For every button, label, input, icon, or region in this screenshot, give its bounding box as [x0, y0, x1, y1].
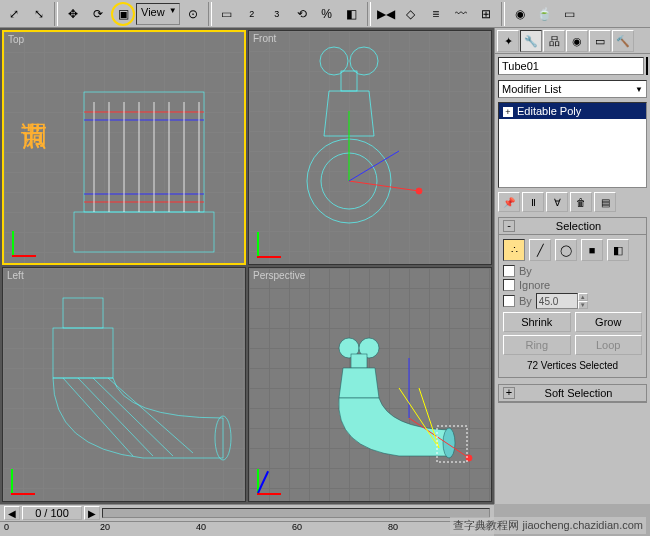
spin-up[interactable]: ▲: [578, 293, 588, 301]
separator: [501, 2, 505, 26]
wireframe-left: [3, 288, 243, 498]
material-button[interactable]: ◉: [508, 2, 532, 26]
align-button[interactable]: ◇: [399, 2, 423, 26]
tab-display[interactable]: ▭: [589, 30, 611, 52]
rollout-soft-selection: Soft Selection: [498, 384, 647, 403]
by-vertex-checkbox[interactable]: [503, 265, 515, 277]
rotate-button[interactable]: ⟳: [86, 2, 110, 26]
svg-rect-1: [74, 212, 214, 252]
object-name-row: [498, 57, 647, 75]
stack-buttons: 📌 Ⅱ ∀ 🗑 ▤: [498, 192, 647, 212]
svg-line-19: [349, 181, 419, 191]
viewport-perspective[interactable]: Perspective: [248, 267, 492, 502]
ignore-label: Ignore: [519, 279, 550, 291]
curve-editor-button[interactable]: 〰: [449, 2, 473, 26]
ignore-row: Ignore: [503, 279, 642, 291]
by-angle-checkbox[interactable]: [503, 295, 515, 307]
ignore-checkbox[interactable]: [503, 279, 515, 291]
loop-button[interactable]: Loop: [575, 335, 643, 355]
svg-line-26: [63, 378, 133, 456]
slider-prev-button[interactable]: ◀: [4, 506, 20, 520]
tab-create[interactable]: ✦: [497, 30, 519, 52]
unlink-button[interactable]: ⤡: [27, 2, 51, 26]
ring-button[interactable]: Ring: [503, 335, 571, 355]
separator: [367, 2, 371, 26]
shrink-button[interactable]: Shrink: [503, 312, 571, 332]
angle-spinner[interactable]: ▲▼: [536, 293, 588, 309]
modifier-label: Editable Poly: [517, 105, 581, 117]
time-slider-row: ◀ 0 / 100 ▶: [0, 505, 494, 521]
viewport-label: Front: [253, 33, 276, 44]
by-vertex-row: By: [503, 265, 642, 277]
viewport-label: Top: [8, 34, 24, 45]
wireframe-front: [279, 41, 459, 251]
pin-stack-button[interactable]: 📌: [498, 192, 520, 212]
render-button[interactable]: ▭: [558, 2, 582, 26]
unique-button[interactable]: ∀: [546, 192, 568, 212]
center-button[interactable]: ⊙: [181, 2, 205, 26]
object-color-swatch[interactable]: [646, 57, 648, 75]
subobj-edge[interactable]: ╱: [529, 239, 551, 261]
object-name-input[interactable]: [498, 57, 644, 75]
show-end-button[interactable]: Ⅱ: [522, 192, 544, 212]
main-area: Top 调节点 Front: [0, 28, 650, 504]
layer-button[interactable]: ≡: [424, 2, 448, 26]
reference-coord-dropdown[interactable]: View▼: [136, 3, 180, 25]
link-button[interactable]: ⤢: [2, 2, 26, 26]
svg-point-20: [416, 188, 422, 194]
separator: [54, 2, 58, 26]
viewport-container: Top 调节点 Front: [0, 28, 494, 504]
slider-next-button[interactable]: ▶: [84, 506, 100, 520]
subobj-element[interactable]: ◧: [607, 239, 629, 261]
spinner-snap-button[interactable]: ◧: [340, 2, 364, 26]
subobj-border[interactable]: ◯: [555, 239, 577, 261]
snap-2d-button[interactable]: 2: [240, 2, 264, 26]
viewport-left[interactable]: Left: [2, 267, 246, 502]
viewport-front[interactable]: Front: [248, 30, 492, 265]
svg-line-28: [93, 378, 173, 456]
tab-hierarchy[interactable]: 品: [543, 30, 565, 52]
modifier-list-dropdown[interactable]: Modifier List▼: [498, 80, 647, 98]
angle-input[interactable]: [536, 293, 578, 309]
select-button[interactable]: ▭: [215, 2, 239, 26]
viewport-top[interactable]: Top 调节点: [2, 30, 246, 265]
svg-point-33: [443, 428, 455, 458]
modifier-stack[interactable]: +Editable Poly: [498, 102, 647, 188]
separator: [208, 2, 212, 26]
remove-mod-button[interactable]: 🗑: [570, 192, 592, 212]
time-ruler[interactable]: 0 20 40 60 80 100: [0, 521, 494, 536]
time-slider-handle[interactable]: 0 / 100: [22, 506, 82, 520]
coord-label: View: [141, 6, 165, 18]
subobj-vertex[interactable]: ∴: [503, 239, 525, 261]
slider-track[interactable]: [102, 508, 490, 518]
subobj-polygon[interactable]: ■: [581, 239, 603, 261]
spin-down[interactable]: ▼: [578, 301, 588, 309]
selection-status: 72 Vertices Selected: [503, 358, 642, 373]
modifier-item-editable-poly[interactable]: +Editable Poly: [499, 103, 646, 119]
scale-button[interactable]: ▣: [111, 2, 135, 26]
percent-snap-button[interactable]: %: [315, 2, 339, 26]
rollout-selection: Selection ∴ ╱ ◯ ■ ◧ By Ignore By ▲▼ Shri…: [498, 217, 647, 378]
tick: 20: [100, 522, 110, 532]
command-panel: ✦ 🔧 品 ◉ ▭ 🔨 Modifier List▼ +Editable Pol…: [494, 28, 650, 504]
schematic-button[interactable]: ⊞: [474, 2, 498, 26]
tick: 40: [196, 522, 206, 532]
tab-utilities[interactable]: 🔨: [612, 30, 634, 52]
tab-modify[interactable]: 🔧: [520, 30, 542, 52]
rollout-header-selection[interactable]: Selection: [499, 218, 646, 235]
render-scene-button[interactable]: 🍵: [533, 2, 557, 26]
svg-line-22: [349, 151, 399, 181]
move-button[interactable]: ✥: [61, 2, 85, 26]
mirror-button[interactable]: ▶◀: [374, 2, 398, 26]
tab-motion[interactable]: ◉: [566, 30, 588, 52]
snap-3d-button[interactable]: 3: [265, 2, 289, 26]
modifier-list-label: Modifier List: [502, 83, 561, 95]
tick: 0: [4, 522, 9, 532]
grow-button[interactable]: Grow: [575, 312, 643, 332]
svg-rect-16: [341, 71, 357, 91]
rollout-header-soft-selection[interactable]: Soft Selection: [499, 385, 646, 402]
angle-snap-button[interactable]: ⟲: [290, 2, 314, 26]
configure-button[interactable]: ▤: [594, 192, 616, 212]
main-toolbar: ⤢ ⤡ ✥ ⟳ ▣ View▼ ⊙ ▭ 2 3 ⟲ % ◧ ▶◀ ◇ ≡ 〰 ⊞…: [0, 0, 650, 28]
svg-line-27: [78, 378, 153, 456]
